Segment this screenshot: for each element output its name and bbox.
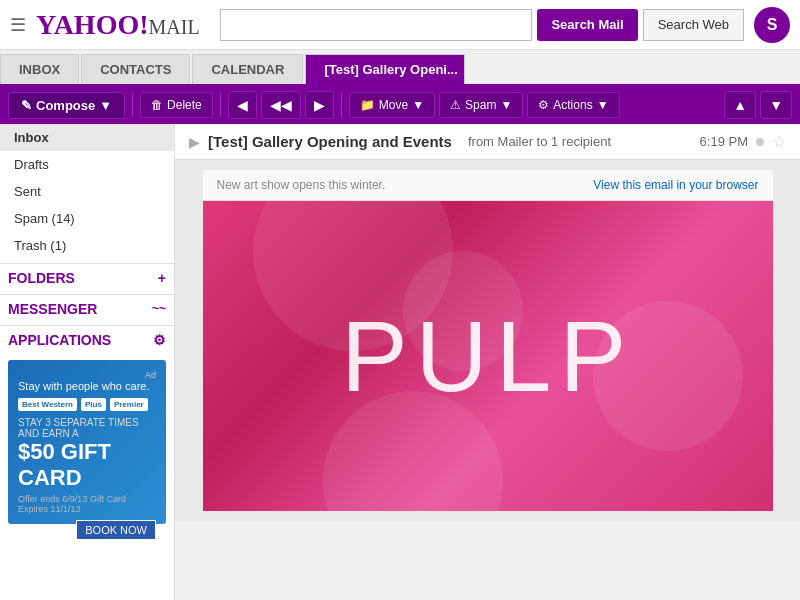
search-mail-button[interactable]: Search Mail bbox=[537, 9, 637, 41]
add-folder-icon[interactable]: + bbox=[158, 270, 166, 286]
email-body-inner: New art show opens this winter. View thi… bbox=[203, 170, 773, 511]
tab-email[interactable]: [Test] Gallery Openi... bbox=[305, 54, 465, 84]
sidebar: Inbox Drafts Sent Spam (14) Trash (1) FO… bbox=[0, 124, 175, 600]
hotel-logo-3: Premier bbox=[110, 398, 148, 411]
sidebar-item-spam[interactable]: Spam (14) bbox=[0, 205, 174, 232]
ad-amount: $50 GIFT CARD bbox=[18, 439, 156, 491]
messenger-status-icon: ~~ bbox=[152, 302, 166, 316]
email-from: from Mailer to 1 recipient bbox=[468, 134, 611, 149]
email-time-text: 6:19 PM bbox=[700, 134, 748, 149]
tab-contacts[interactable]: CONTACTS bbox=[81, 54, 190, 84]
move-button[interactable]: 📁 Move ▼ bbox=[349, 92, 435, 118]
email-notice-text: New art show opens this winter. bbox=[217, 178, 386, 192]
separator bbox=[132, 93, 133, 117]
move-icon: 📁 bbox=[360, 98, 375, 112]
header: ☰ YAHOO!MAIL Search Mail Search Web S bbox=[0, 0, 800, 50]
messenger-section[interactable]: MESSENGER ~~ bbox=[0, 294, 174, 321]
forward-button[interactable]: ▶ bbox=[305, 91, 334, 119]
yahoo-logo: YAHOO!MAIL bbox=[36, 9, 200, 41]
reply-all-button[interactable]: ◀◀ bbox=[261, 91, 301, 119]
gear-icon: ⚙ bbox=[538, 98, 549, 112]
avatar[interactable]: S bbox=[754, 7, 790, 43]
sidebar-item-drafts[interactable]: Drafts bbox=[0, 151, 174, 178]
actions-arrow-icon: ▼ bbox=[597, 98, 609, 112]
sidebar-item-inbox[interactable]: Inbox bbox=[0, 124, 174, 151]
tab-calendar[interactable]: CALENDAR bbox=[192, 54, 303, 84]
toolbar: ✎ Compose ▼ 🗑 Delete ◀ ◀◀ ▶ 📁 Move ▼ ⚠ S… bbox=[0, 86, 800, 124]
email-read-indicator bbox=[756, 138, 764, 146]
spam-icon: ⚠ bbox=[450, 98, 461, 112]
search-web-button[interactable]: Search Web bbox=[643, 9, 744, 41]
spam-arrow-icon: ▼ bbox=[500, 98, 512, 112]
view-browser-link[interactable]: View this email in your browser bbox=[593, 178, 758, 192]
sidebar-item-sent[interactable]: Sent bbox=[0, 178, 174, 205]
search-input[interactable] bbox=[220, 9, 533, 41]
separator bbox=[341, 93, 342, 117]
tab-inbox[interactable]: INBOX bbox=[0, 54, 79, 84]
folders-section[interactable]: FOLDERS + bbox=[0, 263, 174, 290]
applications-section[interactable]: APPLICATIONS ⚙ bbox=[0, 325, 174, 352]
back-button[interactable]: ◀ bbox=[228, 91, 257, 119]
ad-stay-text: STAY 3 SEPARATE TIMES AND EARN A bbox=[18, 417, 156, 439]
email-notice-bar: New art show opens this winter. View thi… bbox=[203, 170, 773, 201]
compose-icon: ✎ bbox=[21, 98, 32, 113]
email-area: ▶ [Test] Gallery Opening and Events from… bbox=[175, 124, 800, 600]
email-body: New art show opens this winter. View thi… bbox=[175, 160, 800, 521]
email-header-row: ▶ [Test] Gallery Opening and Events from… bbox=[175, 124, 800, 160]
ad-banner: Ad Stay with people who care. Best Weste… bbox=[8, 360, 166, 524]
main-layout: Inbox Drafts Sent Spam (14) Trash (1) FO… bbox=[0, 124, 800, 600]
sidebar-item-trash[interactable]: Trash (1) bbox=[0, 232, 174, 259]
tab-bar: INBOX CONTACTS CALENDAR [Test] Gallery O… bbox=[0, 50, 800, 86]
ad-book-now-button[interactable]: BOOK NOW bbox=[76, 520, 156, 540]
delete-button[interactable]: 🗑 Delete bbox=[140, 92, 213, 118]
hotel-logo-2: Plus bbox=[81, 398, 106, 411]
up-arrow-button[interactable]: ▲ bbox=[724, 91, 756, 119]
applications-gear-icon[interactable]: ⚙ bbox=[153, 332, 166, 348]
compose-arrow-icon: ▼ bbox=[99, 98, 112, 113]
email-time: 6:19 PM ☆ bbox=[700, 132, 786, 151]
hotel-logo-1: Best Western bbox=[18, 398, 77, 411]
spam-button[interactable]: ⚠ Spam ▼ bbox=[439, 92, 523, 118]
move-arrow-icon: ▼ bbox=[412, 98, 424, 112]
hotel-logos: Best Western Plus Premier bbox=[18, 398, 156, 411]
expand-icon[interactable]: ▶ bbox=[189, 134, 200, 150]
email-subject: [Test] Gallery Opening and Events bbox=[208, 133, 452, 150]
menu-icon[interactable]: ☰ bbox=[10, 14, 26, 36]
ad-label: Ad bbox=[18, 370, 156, 380]
ad-tagline: Stay with people who care. bbox=[18, 380, 156, 392]
ad-fine-print: Offer ends 6/9/13 Gift Card Expires 11/1… bbox=[18, 494, 156, 514]
actions-button[interactable]: ⚙ Actions ▼ bbox=[527, 92, 619, 118]
trash-icon: 🗑 bbox=[151, 98, 163, 112]
separator bbox=[220, 93, 221, 117]
pulp-image: PULP bbox=[203, 201, 773, 511]
email-star-icon[interactable]: ☆ bbox=[772, 132, 786, 151]
down-arrow-button[interactable]: ▼ bbox=[760, 91, 792, 119]
compose-button[interactable]: ✎ Compose ▼ bbox=[8, 92, 125, 119]
